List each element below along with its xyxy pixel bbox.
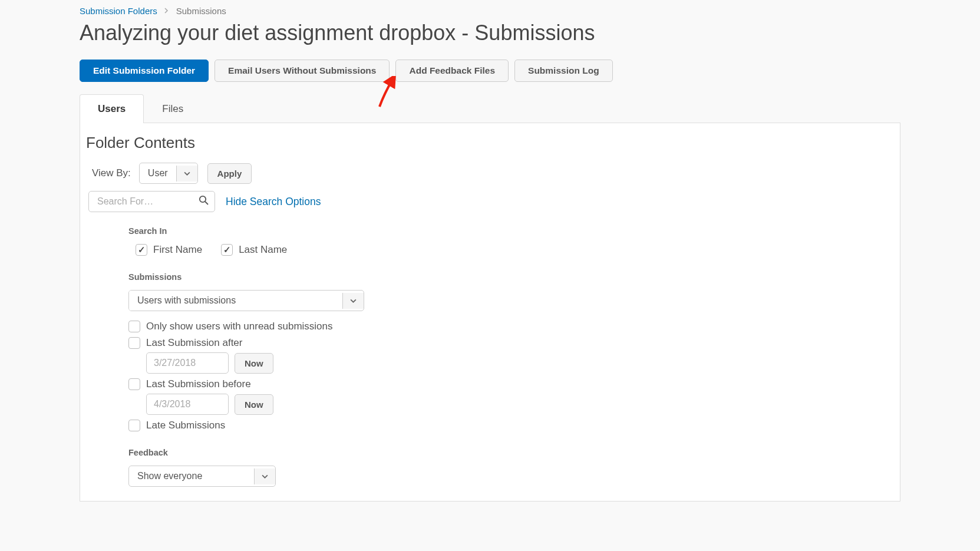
tab-users[interactable]: Users <box>80 94 144 123</box>
breadcrumb-link-folders[interactable]: Submission Folders <box>80 6 157 16</box>
feedback-heading: Feedback <box>128 448 894 457</box>
search-input-wrap <box>88 191 215 212</box>
hide-search-options-link[interactable]: Hide Search Options <box>226 196 321 208</box>
page-title: Analyzing your diet assignment dropbox -… <box>80 21 900 45</box>
now-button-after[interactable]: Now <box>235 353 273 374</box>
edit-submission-folder-button[interactable]: Edit Submission Folder <box>80 60 209 82</box>
email-users-button[interactable]: Email Users Without Submissions <box>215 60 390 82</box>
svg-point-0 <box>200 196 206 202</box>
chevron-right-icon <box>164 7 169 15</box>
last-name-label: Last Name <box>239 244 287 256</box>
view-by-selected: User <box>140 163 176 183</box>
now-button-before[interactable]: Now <box>235 394 273 415</box>
submissions-filter-select[interactable]: Users with submissions <box>128 290 364 311</box>
late-submissions-label: Late Submissions <box>146 420 225 431</box>
unread-submissions-label: Only show users with unread submissions <box>146 321 333 332</box>
search-in-heading: Search In <box>128 226 894 236</box>
feedback-filter-value: Show everyone <box>129 466 254 486</box>
last-submission-before-checkbox[interactable] <box>128 378 140 390</box>
svg-line-1 <box>205 202 208 204</box>
submission-log-button[interactable]: Submission Log <box>514 60 613 82</box>
last-submission-after-label: Last Submission after <box>146 337 242 349</box>
feedback-filter-select[interactable]: Show everyone <box>128 466 276 487</box>
submissions-heading: Submissions <box>128 272 894 282</box>
submissions-filter-value: Users with submissions <box>129 291 342 311</box>
last-submission-before-label: Last Submission before <box>146 378 251 390</box>
last-submission-before-input[interactable] <box>146 394 229 415</box>
folder-contents-panel: Folder Contents View By: User Apply Hide… <box>80 123 900 501</box>
last-name-checkbox[interactable] <box>221 244 233 256</box>
search-icon[interactable] <box>199 195 209 208</box>
tab-files[interactable]: Files <box>144 94 202 123</box>
last-submission-after-input[interactable] <box>146 352 229 374</box>
search-input[interactable] <box>88 191 215 212</box>
action-bar: Edit Submission Folder Email Users Witho… <box>80 60 900 82</box>
chevron-down-icon <box>254 468 275 484</box>
apply-button[interactable]: Apply <box>207 163 252 184</box>
late-submissions-checkbox[interactable] <box>128 420 140 431</box>
last-submission-after-checkbox[interactable] <box>128 337 140 349</box>
breadcrumb-current: Submissions <box>176 6 226 16</box>
view-by-label: View By: <box>92 167 131 179</box>
breadcrumb: Submission Folders Submissions <box>80 0 900 16</box>
folder-contents-heading: Folder Contents <box>86 134 894 152</box>
chevron-down-icon <box>342 293 364 309</box>
chevron-down-icon <box>176 166 197 182</box>
first-name-checkbox[interactable] <box>136 244 147 256</box>
unread-submissions-checkbox[interactable] <box>128 321 140 332</box>
tab-bar: Users Files <box>80 94 900 123</box>
first-name-label: First Name <box>153 244 202 256</box>
view-by-select[interactable]: User <box>139 163 198 184</box>
add-feedback-files-button[interactable]: Add Feedback Files <box>395 60 509 82</box>
